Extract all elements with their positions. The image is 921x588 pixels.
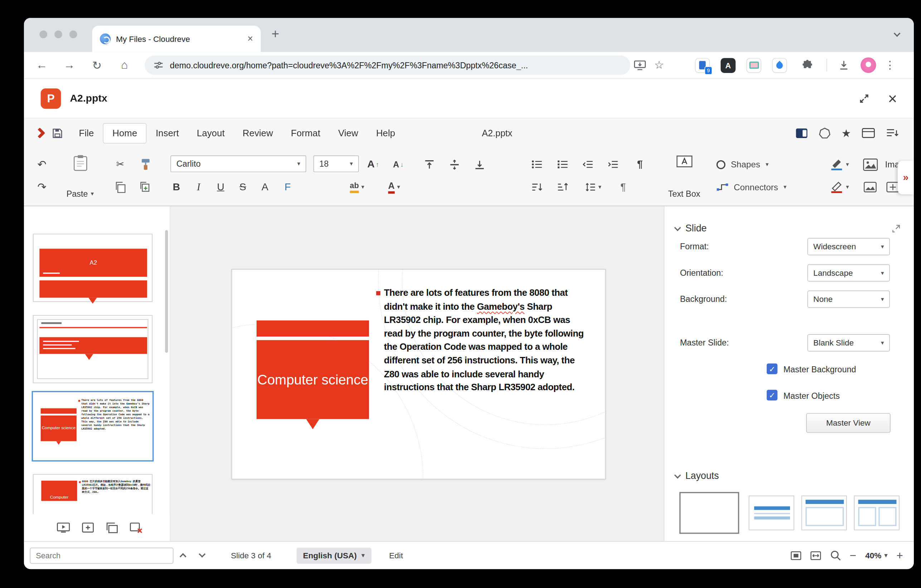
- highlight-color-button[interactable]: ab ▾: [340, 177, 374, 197]
- menu-layout[interactable]: Layout: [188, 123, 234, 142]
- layout-title-content[interactable]: [749, 496, 794, 530]
- text-box-button[interactable]: Text Box: [659, 153, 709, 200]
- add-slide-button[interactable]: [82, 523, 94, 533]
- superscript-button[interactable]: A: [255, 177, 275, 197]
- format-select[interactable]: Widescreen ▾: [807, 238, 890, 255]
- master-objects-checkbox[interactable]: ✓: [767, 390, 778, 401]
- menu-insert[interactable]: Insert: [147, 123, 188, 142]
- menu-review[interactable]: Review: [234, 123, 282, 142]
- close-viewer-icon[interactable]: ×: [888, 91, 897, 106]
- increase-font-button[interactable]: A↑: [363, 155, 384, 174]
- bold-button[interactable]: B: [166, 177, 187, 197]
- search-input[interactable]: [30, 547, 174, 563]
- image-fill-button[interactable]: [860, 177, 880, 197]
- layout-header-body[interactable]: [802, 496, 847, 530]
- underline-button[interactable]: U: [210, 177, 231, 197]
- master-view-button[interactable]: Master View: [806, 413, 890, 433]
- slide-thumbnail-4[interactable]: Computer 8080 芯片的很多功能都没有加入Gameboy 的夏普LR3…: [33, 474, 153, 514]
- sort-descending-button[interactable]: [552, 177, 574, 197]
- paragraph-settings-button[interactable]: ¶: [613, 177, 634, 197]
- start-slideshow-button[interactable]: [57, 523, 70, 533]
- ink-pen-button[interactable]: ▾: [823, 177, 857, 197]
- redo-button[interactable]: ↷: [32, 177, 51, 197]
- back-button[interactable]: ←: [30, 58, 54, 72]
- profile-avatar[interactable]: [861, 57, 876, 73]
- menu-home[interactable]: Home: [103, 123, 147, 143]
- slide-thumbnail-3-selected[interactable]: Computer science There are lots of featu…: [32, 391, 154, 461]
- paragraph-mark-button[interactable]: ¶: [629, 155, 651, 174]
- menu-help[interactable]: Help: [367, 123, 404, 142]
- slide-section-header[interactable]: Slide: [675, 223, 707, 234]
- format-painter-button[interactable]: [135, 155, 156, 174]
- slide-thumbnail-1[interactable]: A2: [33, 234, 153, 302]
- strikethrough-button[interactable]: S: [233, 177, 253, 197]
- font-color-button[interactable]: A ▾: [377, 177, 412, 197]
- zoom-out-button[interactable]: −: [850, 550, 857, 561]
- align-middle-button[interactable]: [444, 155, 465, 174]
- home-button[interactable]: ⌂: [112, 58, 136, 72]
- align-bottom-button[interactable]: [469, 155, 490, 174]
- slide-thumbnail-2[interactable]: [33, 315, 153, 383]
- highlighter-pen-button[interactable]: ▾: [823, 155, 857, 174]
- extension-tv-icon[interactable]: [746, 58, 762, 73]
- zoom-tool-icon[interactable]: [830, 550, 841, 561]
- copy-button[interactable]: [110, 177, 130, 197]
- zoom-in-button[interactable]: +: [896, 550, 903, 561]
- card-panel-icon[interactable]: [862, 128, 875, 138]
- change-case-button[interactable]: F: [278, 177, 298, 197]
- menu-view[interactable]: View: [329, 123, 367, 142]
- thumbnails-scrollbar[interactable]: [165, 230, 168, 352]
- menu-file[interactable]: File: [70, 123, 103, 142]
- zoom-level-select[interactable]: 40% ▾: [865, 551, 887, 560]
- downloads-icon[interactable]: [835, 59, 853, 71]
- sort-ascending-button[interactable]: [526, 177, 548, 197]
- shape-settings-icon[interactable]: [818, 127, 830, 139]
- background-select[interactable]: None ▾: [807, 291, 890, 308]
- increase-indent-button[interactable]: [602, 155, 624, 174]
- insert-image-button[interactable]: [860, 155, 880, 174]
- line-spacing-button[interactable]: ▾: [578, 177, 609, 197]
- fit-width-button[interactable]: [810, 551, 821, 560]
- window-minimize-button[interactable]: [54, 31, 62, 38]
- install-app-icon[interactable]: [630, 59, 649, 71]
- copy-style-button[interactable]: [135, 177, 156, 197]
- bookmark-star-icon[interactable]: ☆: [649, 58, 669, 72]
- slide-canvas[interactable]: Computer science There are lots of featu…: [170, 206, 664, 541]
- fullscreen-icon[interactable]: [858, 92, 870, 104]
- new-tab-button[interactable]: +: [272, 26, 279, 42]
- browser-menu-icon[interactable]: ⋮: [885, 58, 895, 72]
- master-background-checkbox[interactable]: ✓: [767, 363, 778, 374]
- extension-a-icon[interactable]: A: [721, 58, 735, 73]
- panel-expand-icon[interactable]: [892, 224, 901, 233]
- connectors-button[interactable]: Connectors ▾: [716, 177, 815, 197]
- extensions-puzzle-icon[interactable]: [798, 59, 817, 71]
- menu-format[interactable]: Format: [282, 123, 329, 142]
- tab-search-chevron-icon[interactable]: [894, 30, 901, 37]
- delete-slide-button[interactable]: [130, 522, 143, 533]
- save-button[interactable]: [52, 128, 63, 138]
- layout-blank[interactable]: [680, 492, 739, 534]
- orientation-select[interactable]: Landscape ▾: [807, 264, 890, 281]
- extension-drop-icon[interactable]: [772, 58, 787, 73]
- slide-body-text[interactable]: There are lots of features from the 8080…: [384, 286, 590, 395]
- window-close-button[interactable]: [39, 31, 47, 38]
- layouts-section-header[interactable]: Layouts: [675, 470, 719, 481]
- current-slide[interactable]: Computer science There are lots of featu…: [231, 269, 606, 479]
- browser-tab[interactable]: My Files - Cloudreve ×: [92, 26, 260, 52]
- align-top-button[interactable]: [419, 155, 440, 174]
- extension-badge-icon[interactable]: 9: [695, 58, 710, 73]
- sidebar-toggle-icon[interactable]: [796, 128, 808, 138]
- reload-button[interactable]: ↻: [85, 58, 109, 72]
- font-size-select[interactable]: 18 ▾: [314, 156, 359, 172]
- feedback-icon[interactable]: [885, 128, 899, 138]
- bullet-list-button[interactable]: [526, 155, 548, 174]
- fit-slide-button[interactable]: [791, 551, 801, 560]
- shapes-button[interactable]: Shapes ▾: [716, 155, 801, 174]
- cut-button[interactable]: ✂: [110, 155, 130, 174]
- toolbar-expand-handle[interactable]: »: [898, 161, 914, 195]
- master-slide-select[interactable]: Blank Slide ▾: [807, 334, 890, 351]
- find-next-button[interactable]: [192, 554, 212, 557]
- paste-button[interactable]: Paste▾: [61, 153, 99, 200]
- decrease-font-button[interactable]: A↓: [387, 155, 409, 174]
- language-select[interactable]: English (USA) ▾: [296, 547, 371, 563]
